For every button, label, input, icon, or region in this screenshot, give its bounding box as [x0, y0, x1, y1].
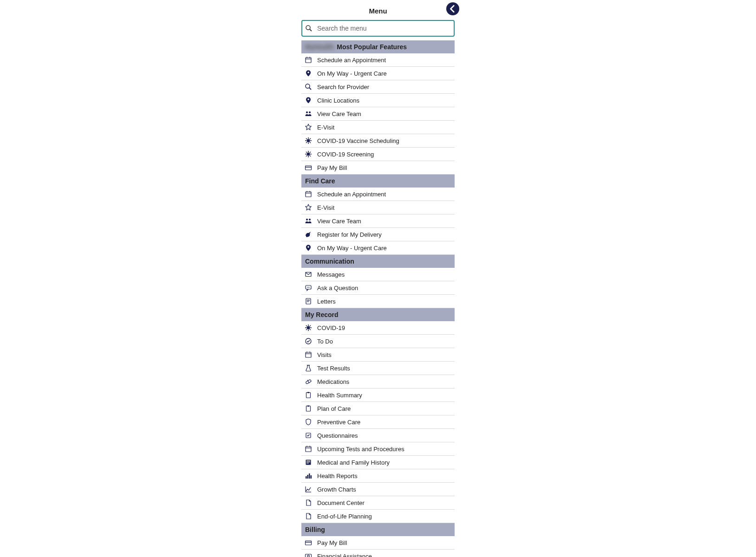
menu-item-financial-assistance[interactable]: Financial Assistance	[301, 550, 455, 557]
menu-item-label: Pay My Bill	[317, 539, 347, 546]
header: Menu	[301, 5, 455, 20]
search-icon	[304, 83, 313, 91]
menu-item-label: COVID-19 Screening	[317, 151, 374, 158]
menu-item-label: To Do	[317, 338, 333, 345]
location-icon	[304, 96, 313, 104]
section-header-label: Find Care	[305, 177, 335, 185]
menu-item-e-visit[interactable]: E-Visit	[301, 121, 455, 134]
flask-icon	[304, 364, 313, 372]
location-icon	[304, 244, 313, 252]
search-input[interactable]	[301, 20, 455, 37]
menu-item-covid-screening[interactable]: COVID-19 Screening	[301, 148, 455, 161]
menu-item-on-my-way[interactable]: On My Way - Urgent Care	[301, 67, 455, 80]
checklist-icon	[304, 431, 313, 440]
menu-item-visits[interactable]: Visits	[301, 348, 455, 362]
letter-icon	[304, 297, 313, 305]
chart-icon	[304, 472, 313, 480]
menu-item-health-reports[interactable]: Health Reports	[301, 469, 455, 483]
stork-icon	[304, 230, 313, 239]
money-icon	[304, 552, 313, 557]
virus-icon	[304, 324, 313, 332]
menu-item-label: On My Way - Urgent Care	[317, 245, 387, 252]
history-icon	[304, 458, 313, 466]
back-button[interactable]	[446, 2, 459, 15]
menu-item-label: Document Center	[317, 499, 365, 506]
menu-item-register-delivery[interactable]: Register for My Delivery	[301, 228, 455, 241]
section-header: Billing	[301, 523, 455, 536]
menu-item-on-my-way-2[interactable]: On My Way - Urgent Care	[301, 241, 455, 255]
menu-container: Menu MyHealthMost Popular FeaturesSchedu…	[301, 5, 455, 557]
star-icon	[304, 203, 313, 212]
blurred-prefix: MyHealth	[305, 43, 334, 51]
clipboard-icon	[304, 391, 313, 399]
menu-item-label: Register for My Delivery	[317, 231, 382, 238]
menu-item-label: Financial Assistance	[317, 553, 372, 557]
document-icon	[304, 512, 313, 520]
section-header-label: Communication	[305, 258, 354, 265]
menu-item-medications[interactable]: Medications	[301, 375, 455, 389]
section-header-label: Billing	[305, 526, 325, 533]
menu-item-covid19[interactable]: COVID-19	[301, 321, 455, 335]
menu-item-pay-my-bill-2[interactable]: Pay My Bill	[301, 536, 455, 550]
menu-item-label: Letters	[317, 298, 336, 305]
menu-item-test-results[interactable]: Test Results	[301, 362, 455, 375]
menu-item-label: E-Visit	[317, 124, 334, 131]
menu-item-label: Health Summary	[317, 392, 362, 399]
envelope-icon	[304, 270, 313, 278]
calendar-icon	[304, 445, 313, 453]
menu-item-label: Medical and Family History	[317, 459, 390, 466]
menu-item-e-visit-2[interactable]: E-Visit	[301, 201, 455, 214]
menu-item-label: Upcoming Tests and Procedures	[317, 446, 404, 453]
menu-item-health-summary[interactable]: Health Summary	[301, 389, 455, 402]
menu-item-questionnaires[interactable]: Questionnaires	[301, 429, 455, 442]
menu-item-view-care-team-2[interactable]: View Care Team	[301, 214, 455, 228]
menu-item-covid-vaccine-scheduling[interactable]: COVID-19 Vaccine Scheduling	[301, 134, 455, 148]
menu-item-clinic-locations[interactable]: Clinic Locations	[301, 94, 455, 107]
menu-item-messages[interactable]: Messages	[301, 268, 455, 281]
search-wrapper	[301, 20, 455, 37]
virus-icon	[304, 150, 313, 158]
calendar-icon	[304, 350, 313, 359]
menu-item-label: Questionnaires	[317, 432, 358, 439]
menu-item-label: Ask a Question	[317, 285, 358, 291]
section-header: Find Care	[301, 175, 455, 188]
chat-icon	[304, 284, 313, 292]
menu-item-label: Preventive Care	[317, 419, 360, 426]
menu-item-growth-charts[interactable]: Growth Charts	[301, 483, 455, 496]
menu-item-letters[interactable]: Letters	[301, 295, 455, 308]
team-icon	[304, 217, 313, 225]
menu-item-schedule-appointment-2[interactable]: Schedule an Appointment	[301, 188, 455, 201]
menu-item-label: Clinic Locations	[317, 97, 359, 104]
menu-item-label: Health Reports	[317, 473, 358, 479]
creditcard-icon	[304, 538, 313, 547]
menu-item-upcoming-tests[interactable]: Upcoming Tests and Procedures	[301, 442, 455, 456]
check-circle-icon	[304, 337, 313, 345]
section-header: Communication	[301, 255, 455, 268]
menu-item-label: Medications	[317, 378, 349, 385]
menu-item-preventive-care[interactable]: Preventive Care	[301, 415, 455, 429]
menu-item-label: On My Way - Urgent Care	[317, 70, 387, 77]
clipboard-icon	[304, 404, 313, 413]
menu-item-ask-question[interactable]: Ask a Question	[301, 281, 455, 295]
menu-item-pay-my-bill[interactable]: Pay My Bill	[301, 161, 455, 175]
menu-item-medical-history[interactable]: Medical and Family History	[301, 456, 455, 469]
menu-item-schedule-appointment[interactable]: Schedule an Appointment	[301, 53, 455, 67]
menu-item-end-of-life[interactable]: End-of-Life Planning	[301, 510, 455, 523]
menu-item-to-do[interactable]: To Do	[301, 335, 455, 348]
menu-item-label: Schedule an Appointment	[317, 191, 386, 198]
menu-item-label: Plan of Care	[317, 405, 351, 412]
menu-item-document-center[interactable]: Document Center	[301, 496, 455, 510]
menu-item-label: Visits	[317, 351, 332, 358]
creditcard-icon	[304, 163, 313, 172]
menu-item-label: Growth Charts	[317, 486, 356, 493]
star-icon	[304, 123, 313, 131]
menu-item-label: Schedule an Appointment	[317, 57, 386, 64]
document-icon	[304, 499, 313, 507]
menu-item-search-provider[interactable]: Search for Provider	[301, 80, 455, 94]
virus-icon	[304, 136, 313, 145]
menu-item-view-care-team[interactable]: View Care Team	[301, 107, 455, 121]
menu-item-label: End-of-Life Planning	[317, 513, 372, 520]
menu-item-plan-of-care[interactable]: Plan of Care	[301, 402, 455, 415]
menu-item-label: View Care Team	[317, 110, 361, 117]
calendar-icon	[304, 56, 313, 64]
